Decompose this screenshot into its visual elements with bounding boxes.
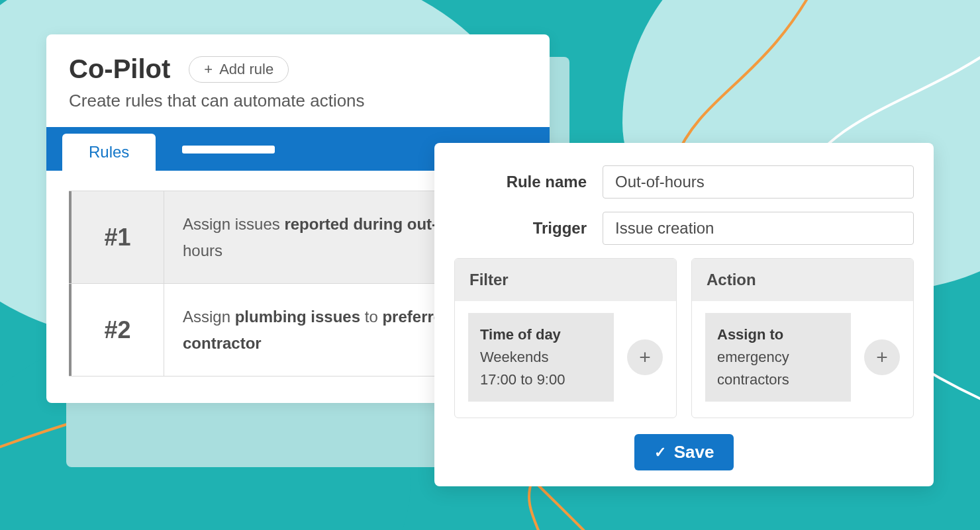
- filter-chip-line: Weekends: [480, 349, 549, 365]
- add-rule-label: Add rule: [219, 61, 273, 78]
- plus-icon: +: [639, 346, 651, 369]
- plus-icon: +: [876, 346, 888, 369]
- filter-panel-header: Filter: [455, 259, 676, 301]
- action-panel: Action Assign to emergency contractors +: [691, 258, 914, 418]
- check-icon: ✓: [654, 444, 666, 461]
- tab-placeholder[interactable]: [182, 146, 275, 154]
- plus-icon: +: [204, 62, 213, 77]
- page-subtitle: Create rules that can automate actions: [69, 91, 527, 111]
- action-chip-line: emergency: [717, 349, 789, 365]
- filter-chip-line: 17:00 to 9:00: [480, 371, 565, 388]
- add-action-button[interactable]: +: [864, 339, 900, 375]
- filter-panel: Filter Time of day Weekends 17:00 to 9:0…: [454, 258, 677, 418]
- trigger-label: Trigger: [454, 219, 587, 238]
- save-label: Save: [674, 442, 714, 463]
- filter-chip[interactable]: Time of day Weekends 17:00 to 9:00: [468, 313, 614, 402]
- add-filter-button[interactable]: +: [627, 339, 663, 375]
- trigger-input[interactable]: [603, 212, 914, 245]
- page-title: Co-Pilot: [69, 54, 170, 84]
- tab-rules[interactable]: Rules: [62, 134, 156, 171]
- rule-number: #2: [69, 284, 164, 376]
- action-chip-line: contractors: [717, 371, 789, 388]
- rule-detail-card: Rule name Trigger Filter Time of day Wee…: [434, 143, 934, 486]
- rule-name-input[interactable]: [603, 165, 914, 199]
- rule-number: #1: [69, 191, 164, 283]
- action-chip[interactable]: Assign to emergency contractors: [705, 313, 851, 402]
- save-button[interactable]: ✓ Save: [634, 434, 734, 470]
- rule-name-label: Rule name: [454, 173, 587, 191]
- filter-chip-title: Time of day: [480, 324, 602, 346]
- action-chip-title: Assign to: [717, 324, 839, 346]
- action-panel-header: Action: [692, 259, 913, 301]
- add-rule-button[interactable]: + Add rule: [189, 56, 289, 83]
